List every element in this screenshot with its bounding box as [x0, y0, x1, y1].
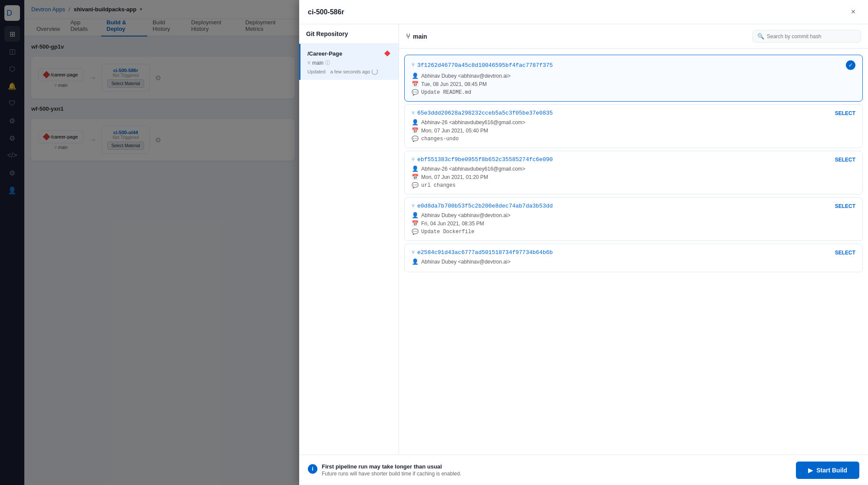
- commit-date-0: 📅 Tue, 08 Jun 2021, 08:45 PM: [412, 81, 855, 87]
- search-icon: 🔍: [757, 33, 764, 40]
- info-icon-branch: ⓘ: [325, 59, 330, 66]
- commit-card-4[interactable]: ⑂ e2584c91d43ac6777ad501518734f97734b64b…: [404, 244, 863, 272]
- modal-body: Git Repository /Career-Page ⑂ main ⓘ Upd…: [299, 24, 868, 455]
- author-icon-2: 👤: [412, 165, 419, 172]
- footer-text: First pipeline run may take longer than …: [322, 463, 462, 477]
- commit-branch-icon-0: ⑂: [412, 62, 415, 68]
- author-icon-3: 👤: [412, 212, 419, 218]
- modal-header: ci-500-586r ×: [299, 0, 868, 24]
- commit-date-2: 📅 Mon, 07 Jun 2021, 01:20 PM: [412, 174, 855, 180]
- footer-info: i First pipeline run may take longer tha…: [308, 463, 462, 477]
- git-repo-name: /Career-Page: [307, 49, 392, 58]
- branch-badge: ⑂ main: [406, 33, 427, 40]
- commit-hash-3: ⑂ e0d8da7b700b53f5c2b200e8dec74ab7da3b53…: [412, 203, 553, 209]
- author-icon-1: 👤: [412, 119, 419, 125]
- commit-branch-icon-2: ⑂: [412, 157, 415, 163]
- play-icon: ▶: [808, 467, 813, 474]
- commit-hash-row-2: ⑂ ebf551383cf9be0955f8b652c35585274fc6e0…: [412, 156, 855, 163]
- select-button-1[interactable]: SELECT: [835, 110, 855, 116]
- commit-author-4: 👤 Abhinav Dubey <abhinav@devtron.ai>: [412, 258, 855, 265]
- select-button-2[interactable]: SELECT: [835, 157, 855, 163]
- commit-hash-2: ⑂ ebf551383cf9be0955f8b652c35585274fc6e0…: [412, 156, 553, 163]
- author-icon-0: 👤: [412, 73, 419, 79]
- refresh-icon[interactable]: [372, 69, 378, 75]
- message-icon-1: 💬: [412, 135, 419, 142]
- calendar-icon-0: 📅: [412, 81, 419, 87]
- branch-header-icon: ⑂: [406, 33, 410, 40]
- commit-hash-row-1: ⑂ 65e3ddd20628a298232cceb5a5c3f05be37e08…: [412, 110, 855, 116]
- search-input[interactable]: [767, 33, 856, 40]
- commit-card-2[interactable]: ⑂ ebf551383cf9be0955f8b652c35585274fc6e0…: [404, 151, 863, 195]
- calendar-icon-2: 📅: [412, 174, 419, 180]
- commit-card-1[interactable]: ⑂ 65e3ddd20628a298232cceb5a5c3f05be37e08…: [404, 104, 863, 148]
- repo-diamond-icon: [383, 49, 392, 58]
- footer-text-sub: Future runs will have shorter build time…: [322, 471, 462, 477]
- commit-message-2: 💬 url changes: [412, 182, 855, 189]
- modal-title: ci-500-586r: [308, 8, 344, 16]
- commit-hash-4: ⑂ e2584c91d43ac6777ad501518734f97734b64b…: [412, 249, 553, 256]
- close-button[interactable]: ×: [847, 6, 859, 18]
- close-icon: ×: [851, 7, 856, 16]
- select-button-4[interactable]: SELECT: [835, 250, 855, 256]
- commits-header: ⑂ main 🔍: [399, 24, 868, 49]
- calendar-icon-1: 📅: [412, 127, 419, 134]
- modal-footer: i First pipeline run may take longer tha…: [299, 455, 868, 485]
- info-icon: i: [308, 464, 317, 474]
- commit-message-0: 💬 Update README.md: [412, 89, 855, 96]
- author-icon-4: 👤: [412, 258, 419, 265]
- footer-text-main: First pipeline run may take longer than …: [322, 463, 462, 470]
- commit-date-1: 📅 Mon, 07 Jun 2021, 05:40 PM: [412, 127, 855, 134]
- message-icon-2: 💬: [412, 182, 419, 189]
- commit-author-3: 👤 Abhinav Dubey <abhinav@devtron.ai>: [412, 212, 855, 218]
- modal: ci-500-586r × Git Repository /Career-Pag…: [299, 0, 868, 485]
- selected-checkmark-0: ✓: [846, 60, 855, 70]
- commit-card-0[interactable]: ⑂ 3f1262d46770a45c8d10046595bf4fac7787f3…: [404, 55, 863, 102]
- git-panel-header: Git Repository: [299, 24, 399, 44]
- commit-author-1: 👤 Abhinav-26 <abhinavdubey616@gmail.com>: [412, 119, 855, 125]
- commits-panel: ⑂ main 🔍 ⑂ 3f1262d46770a45c8d10046595bf4…: [399, 24, 868, 455]
- commit-date-3: 📅 Fri, 04 Jun 2021, 08:35 PM: [412, 220, 855, 227]
- commit-hash-row-3: ⑂ e0d8da7b700b53f5c2b200e8dec74ab7da3b53…: [412, 203, 855, 209]
- commit-hash-1: ⑂ 65e3ddd20628a298232cceb5a5c3f05be37e08…: [412, 110, 553, 116]
- search-box[interactable]: 🔍: [752, 30, 861, 43]
- commit-card-3[interactable]: ⑂ e0d8da7b700b53f5c2b200e8dec74ab7da3b53…: [404, 197, 863, 241]
- git-panel: Git Repository /Career-Page ⑂ main ⓘ Upd…: [299, 24, 399, 455]
- commit-hash-0: ⑂ 3f1262d46770a45c8d10046595bf4fac7787f3…: [412, 62, 553, 69]
- message-icon-3: 💬: [412, 228, 419, 235]
- commit-message-3: 💬 Update Dockerfile: [412, 228, 855, 235]
- commits-list: ⑂ 3f1262d46770a45c8d10046595bf4fac7787f3…: [399, 49, 868, 455]
- start-build-button[interactable]: ▶ Start Build: [796, 462, 859, 479]
- git-repo-item[interactable]: /Career-Page ⑂ main ⓘ Updated a few seco…: [299, 44, 399, 80]
- commit-branch-icon-3: ⑂: [412, 203, 415, 209]
- git-repo-updated: Updated a few seconds ago: [307, 69, 392, 75]
- select-button-3[interactable]: SELECT: [835, 203, 855, 209]
- commit-hash-row-4: ⑂ e2584c91d43ac6777ad501518734f97734b64b…: [412, 249, 855, 256]
- commit-message-1: 💬 changes-undo: [412, 135, 855, 142]
- start-build-label: Start Build: [816, 467, 847, 474]
- commit-author-2: 👤 Abhinav-26 <abhinavdubey616@gmail.com>: [412, 165, 855, 172]
- branch-git-icon: ⑂: [307, 60, 310, 66]
- commit-branch-icon-1: ⑂: [412, 110, 415, 116]
- commit-hash-row-0: ⑂ 3f1262d46770a45c8d10046595bf4fac7787f3…: [412, 60, 855, 70]
- calendar-icon-3: 📅: [412, 220, 419, 227]
- svg-rect-2: [384, 50, 390, 56]
- git-repo-branch: ⑂ main ⓘ: [307, 59, 392, 66]
- commits-branch-label: main: [413, 33, 427, 40]
- commit-branch-icon-4: ⑂: [412, 250, 415, 256]
- commit-author-0: 👤 Abhinav Dubey <abhinav@devtron.ai>: [412, 73, 855, 79]
- message-icon-0: 💬: [412, 89, 419, 96]
